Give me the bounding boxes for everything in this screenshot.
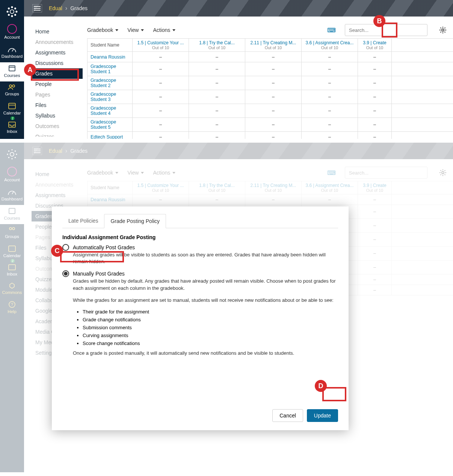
cnav-discussions[interactable]: Discussions [32,58,83,68]
breadcrumb-course[interactable]: Edual [49,5,62,11]
student-name-cell[interactable]: Gradescope Student 1 [88,62,133,76]
grade-cell[interactable]: – [358,104,392,117]
callout-a: A [24,64,36,76]
cnav-syllabus[interactable]: Syllabus [32,110,83,121]
actions-dropdown[interactable]: Actions [153,27,175,33]
grade-cell[interactable]: – [302,118,358,131]
grade-cell[interactable]: – [358,52,392,62]
grade-cell[interactable]: – [133,132,189,142]
grade-cell[interactable]: – [189,52,245,62]
col-student-name[interactable]: Student Name [88,39,133,51]
group-icon [8,84,17,90]
student-name-cell[interactable]: Gradescope Student 2 [88,76,133,90]
table-row: Deanna Roussin––––– [88,52,453,62]
modal-heading: Individual Assignment Grade Posting [62,234,338,240]
cnav-outcomes[interactable]: Outcomes [32,121,83,131]
svg-line-9 [12,49,14,51]
gradebook-dropdown[interactable]: Gradebook [87,27,118,33]
nav-groups[interactable]: Groups [0,81,24,100]
assignment-col[interactable]: 1.8 | Try the Cal...Out of 10 [189,39,245,51]
grade-cell[interactable]: – [189,118,245,131]
nav-dashboard[interactable]: Dashboard [0,43,24,62]
grade-cell[interactable]: – [245,52,302,62]
grade-cell[interactable]: – [133,52,189,62]
tab-late-policies[interactable]: Late Policies [62,214,104,228]
grade-cell[interactable]: – [189,62,245,76]
grade-cell[interactable]: – [189,90,245,104]
radio-auto-post[interactable]: Automatically Post Grades [62,244,338,251]
radio-manual-post[interactable]: Manually Post Grades [62,270,338,277]
grade-cell[interactable]: – [189,132,245,142]
grade-cell[interactable]: – [302,62,358,76]
grade-cell[interactable]: – [133,118,189,131]
assignment-col[interactable]: 1.5 | Customize Your ...Out of 10 [133,39,189,51]
grade-cell[interactable]: – [245,90,302,104]
student-name-cell[interactable]: Deanna Roussin [88,52,133,62]
grade-cell[interactable]: – [302,90,358,104]
svg-point-6 [15,8,16,9]
grade-cell[interactable]: – [245,118,302,131]
grade-cell[interactable]: – [358,90,392,104]
grade-cell[interactable]: – [358,76,392,90]
canvas-logo-icon [6,5,18,18]
nav-account[interactable]: Account [0,22,24,43]
settings-button[interactable] [436,24,449,36]
tab-grade-posting-policy[interactable]: Grade Posting Policy [104,214,166,228]
nav-courses[interactable]: Courses [0,62,24,81]
cnav-assignments[interactable]: Assignments [32,47,83,58]
grade-cell[interactable]: – [302,132,358,142]
grade-cell[interactable]: – [245,104,302,117]
cnav-quizzes[interactable]: Quizzes [32,131,83,137]
grade-cell[interactable]: – [133,90,189,104]
grade-cell[interactable]: – [245,62,302,76]
svg-rect-14 [9,103,15,109]
grade-cell[interactable]: – [189,104,245,117]
assignment-col[interactable]: 3.6 | Assignment Crea...Out of 10 [302,39,358,51]
grade-cell[interactable]: – [302,52,358,62]
student-name-cell[interactable]: Edtech Support [88,132,133,142]
gradebook-settings-modal: Late Policies Grade Posting Policy Indiv… [52,206,349,430]
assignment-col[interactable]: 2.11 | Try Creating M...Out of 10 [245,39,302,51]
grade-cell[interactable]: – [245,132,302,142]
speedometer-icon [8,45,17,53]
svg-point-3 [7,11,8,12]
highlight-manual-post [60,251,124,262]
grade-cell[interactable]: – [133,62,189,76]
svg-rect-10 [9,66,15,71]
callout-d: D [315,380,327,392]
update-button[interactable]: Update [307,409,338,422]
grade-cell[interactable]: – [358,62,392,76]
cancel-button[interactable]: Cancel [272,409,303,422]
cnav-files[interactable]: Files [32,100,83,110]
callout-c: C [51,245,63,257]
student-name-cell[interactable]: Gradescope Student 4 [88,104,133,117]
grade-cell[interactable]: – [302,76,358,90]
grade-cell[interactable]: – [133,104,189,117]
svg-point-17 [442,29,444,31]
assignment-col[interactable]: 3.9 | CreateOut of 10 [358,39,392,51]
hamburger-icon[interactable] [32,4,42,12]
manual-post-description: Grades will be hidden by default. Any gr… [73,278,338,291]
nav-inbox[interactable]: 2Inbox [0,119,24,137]
table-row: Gradescope Student 4––––– [88,104,453,118]
svg-point-1 [11,6,12,8]
grade-cell[interactable]: – [358,118,392,131]
cnav-home[interactable]: Home [32,26,83,37]
grade-cell[interactable]: – [302,104,358,117]
student-name-cell[interactable]: Gradescope Student 5 [88,118,133,131]
view-dropdown[interactable]: View [127,27,144,33]
caret-down-icon [141,29,144,31]
list-item: Submission comments [83,325,338,330]
list-item: Score change notifications [83,340,338,346]
manual-closing: Once a grade is posted manually, it will… [73,350,338,357]
grade-cell[interactable]: – [133,76,189,90]
keyboard-icon[interactable]: ⌨ [327,27,336,34]
cnav-announcements[interactable]: Announcements [32,37,83,47]
caret-down-icon [172,29,175,31]
student-name-cell[interactable]: Gradescope Student 3 [88,90,133,104]
grade-cell[interactable]: – [358,132,392,142]
manual-lead: While the grades for an assignment are s… [73,297,338,304]
grade-cell[interactable]: – [245,76,302,90]
grade-cell[interactable]: – [189,76,245,90]
cnav-pages[interactable]: Pages [32,89,83,100]
